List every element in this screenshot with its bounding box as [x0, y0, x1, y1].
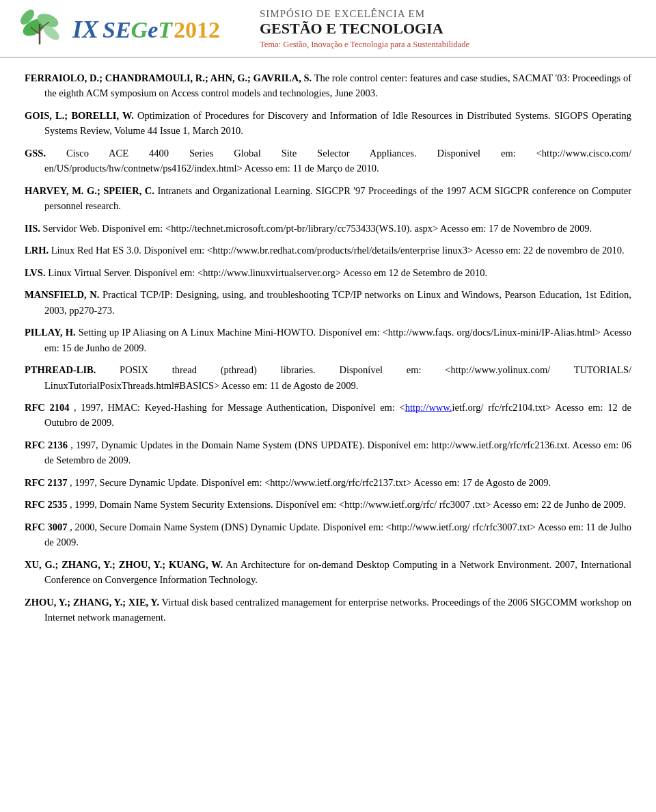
ref-rfc2104-link[interactable]: http://www. — [405, 402, 452, 413]
ref-ferraiolo: FERRAIOLO, D.; CHANDRAMOULI, R.; AHN, G.… — [25, 70, 631, 101]
ref-rfc3007-text: , 2000, Secure Domain Name System (DNS) … — [44, 522, 631, 547]
ref-rfc2104-label: RFC 2104 — [25, 402, 69, 413]
ref-zhou: ZHOU, Y.; ZHANG, Y.; XIE, Y. Virtual dis… — [25, 595, 631, 625]
references-content: FERRAIOLO, D.; CHANDRAMOULI, R.; AHN, G.… — [0, 58, 656, 645]
header-right-section: SIMPÓSIO DE EXCELÊNCIA EM GESTÃO E TECNO… — [246, 8, 642, 49]
ref-pillay-text: Setting up IP Aliasing on A Linux Machin… — [44, 327, 631, 353]
ref-rfc2104: RFC 2104 , 1997, HMAC: Keyed-Hashing for… — [25, 400, 631, 431]
ref-pillay: PILLAY, H. Setting up IP Aliasing on A L… — [25, 325, 631, 355]
ref-rfc2137-text: , 1997, Secure Dynamic Update. Disponíve… — [70, 477, 551, 488]
header-subtitle: Tema: Gestão, Inovação e Tecnologia para… — [260, 40, 642, 50]
ref-mansfield-text: Practical TCP/IP: Designing, using, and … — [44, 289, 631, 315]
ref-rfc3007: RFC 3007 , 2000, Secure Domain Name Syst… — [25, 519, 631, 550]
logo-se: SE — [102, 17, 131, 43]
ref-rfc2136-text: , 1997, Dynamic Updates in the Domain Na… — [44, 439, 631, 465]
plant-logo-icon — [14, 7, 68, 51]
ref-rfc2137: RFC 2137 , 1997, Secure Dynamic Update. … — [25, 475, 631, 490]
header-title-main: GESTÃO E TECNOLOGIA — [260, 20, 642, 38]
ref-xu-authors: XU, G.; ZHANG, Y.; ZHOU, Y.; KUANG, W. — [25, 559, 223, 570]
logo-year: 2012 — [174, 17, 220, 43]
ref-harvey-authors: HARVEY, M. G.; SPEIER, C. — [25, 185, 154, 196]
ref-zhou-authors: ZHOU, Y.; ZHANG, Y.; XIE, Y. — [25, 597, 159, 608]
ref-iis-text: Servidor Web. Disponível em: <http://tec… — [43, 223, 592, 234]
ref-pthread: PTHREAD-LIB. POSIX thread (pthread) libr… — [25, 362, 631, 393]
header-title-top: SIMPÓSIO DE EXCELÊNCIA EM — [260, 8, 642, 20]
logo-text: IX SE G e T 2012 — [72, 15, 220, 44]
ref-rfc3007-label: RFC 3007 — [25, 522, 67, 532]
ref-lvs: LVS. Linux Virtual Server. Disponível em… — [25, 265, 631, 280]
ref-gss-label: GSS. — [25, 148, 46, 159]
ref-gss-text: Cisco ACE 4400 Series Global Site Select… — [44, 148, 631, 174]
logo-g: G — [131, 17, 148, 43]
ref-rfc2104-text: , 1997, HMAC: Keyed-Hashing for Message … — [44, 402, 631, 428]
logo-t: T — [158, 17, 172, 43]
ref-lvs-label: LVS. — [25, 267, 46, 278]
ref-rfc2535: RFC 2535 , 1999, Domain Name System Secu… — [25, 497, 631, 512]
ref-ferraiolo-authors: FERRAIOLO, D.; CHANDRAMOULI, R.; AHN, G.… — [25, 72, 312, 83]
ref-mansfield: MANSFIELD, N. Practical TCP/IP: Designin… — [25, 287, 631, 318]
ref-rfc2136: RFC 2136 , 1997, Dynamic Updates in the … — [25, 437, 631, 468]
ref-rfc2137-label: RFC 2137 — [25, 477, 67, 488]
ref-mansfield-author: MANSFIELD, N. — [25, 289, 99, 300]
ref-iis-label: IIS. — [25, 223, 40, 234]
ref-gss: GSS. Cisco ACE 4400 Series Global Site S… — [25, 146, 631, 176]
logo-ix: IX — [72, 15, 98, 44]
ref-gois-authors: GOIS, L.; BORELLI, W. — [25, 110, 134, 121]
ref-gois: GOIS, L.; BORELLI, W. Optimization of Pr… — [25, 108, 631, 139]
ref-harvey: HARVEY, M. G.; SPEIER, C. Intranets and … — [25, 183, 631, 214]
page-header: IX SE G e T 2012 SIMPÓSIO DE EXCELÊNCIA … — [0, 0, 656, 58]
ref-rfc2535-label: RFC 2535 — [25, 499, 67, 510]
ref-pthread-text: POSIX thread (pthread) libraries. Dispon… — [44, 364, 631, 390]
ref-rfc2535-text: , 1999, Domain Name System Security Exte… — [70, 499, 626, 510]
ref-iis: IIS. Servidor Web. Disponível em: <http:… — [25, 221, 631, 236]
ref-lrh-text: Linux Red Hat ES 3.0. Disponível em: <ht… — [51, 245, 625, 256]
ref-lvs-text: Linux Virtual Server. Disponível em: <ht… — [48, 267, 487, 278]
ref-pthread-label: PTHREAD-LIB. — [25, 364, 96, 375]
ref-rfc2136-label: RFC 2136 — [25, 439, 68, 450]
ref-pillay-author: PILLAY, H. — [25, 327, 76, 338]
ref-lrh-label: LRH. — [25, 245, 49, 256]
logo-section: IX SE G e T 2012 — [14, 7, 246, 51]
ref-lrh: LRH. Linux Red Hat ES 3.0. Disponível em… — [25, 243, 631, 258]
ref-xu: XU, G.; ZHANG, Y.; ZHOU, Y.; KUANG, W. A… — [25, 557, 631, 588]
logo-e2: e — [148, 17, 158, 43]
